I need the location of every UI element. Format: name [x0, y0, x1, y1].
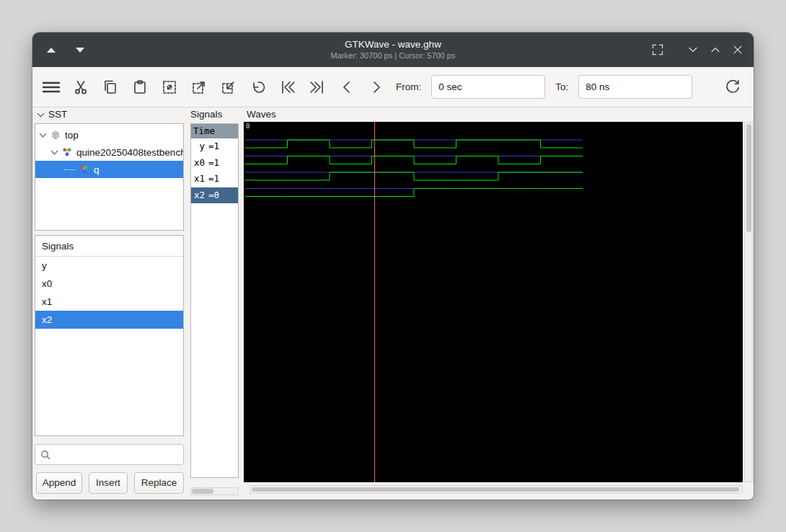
wave-svg	[244, 122, 743, 482]
scroll-up-button[interactable]	[44, 43, 58, 57]
process-icon	[79, 164, 89, 174]
name-row-x1[interactable]: x1 =1	[191, 171, 238, 187]
signal-search-box[interactable]	[35, 444, 184, 465]
copy-button[interactable]	[100, 77, 120, 97]
zoom-fit-icon	[162, 79, 177, 95]
shade-down-button[interactable]	[686, 43, 700, 57]
titlebar-right-controls	[650, 32, 745, 67]
zoom-out-button[interactable]	[218, 77, 238, 97]
sst-pane-label: SST	[48, 109, 67, 120]
marker-cursor-status: Marker: 30700 ps | Cursor: 5700 ps	[32, 50, 754, 60]
signal-names-panel: Time y =1 x0 =1 x1 =1 x2 =0	[190, 123, 239, 478]
pane-splitter-right[interactable]	[239, 107, 243, 497]
skip-to-start-button[interactable]	[278, 77, 297, 97]
triangle-down-icon	[76, 48, 84, 53]
tree-connector-dotted-line	[64, 169, 76, 170]
chevron-down-icon	[686, 43, 699, 56]
step-forward-button[interactable]	[366, 77, 386, 97]
waves-vertical-scrollbar[interactable]	[744, 122, 753, 482]
names-hscroll-thumb[interactable]	[192, 489, 213, 494]
signal-value: =1	[208, 171, 219, 187]
fit-window-button[interactable]	[650, 43, 665, 57]
signal-list-item-x2[interactable]: x2	[35, 311, 183, 329]
time-header-cell[interactable]: Time	[191, 124, 238, 138]
window-title: GTKWave - wave.ghw	[32, 32, 754, 50]
chevron-left-icon	[339, 79, 355, 95]
scroll-down-button[interactable]	[73, 43, 87, 57]
signal-list-item-x0[interactable]: x0	[35, 275, 183, 293]
signal-name: x2	[191, 187, 205, 204]
from-input[interactable]	[431, 75, 545, 99]
skip-start-icon	[279, 79, 296, 95]
menu-button[interactable]	[41, 77, 61, 97]
fit-icon	[651, 43, 664, 56]
search-icon	[40, 450, 50, 460]
signal-value: =1	[208, 138, 219, 155]
step-back-button[interactable]	[337, 77, 356, 97]
waves-hscroll-thumb[interactable]	[252, 487, 739, 492]
zoom-out-icon	[221, 79, 237, 95]
name-row-x2[interactable]: x2 =0	[191, 187, 238, 204]
shade-up-button[interactable]	[708, 43, 723, 57]
wave-trace-x2	[245, 189, 583, 197]
menu-icon	[42, 79, 61, 95]
waves-vscroll-thumb[interactable]	[746, 124, 751, 232]
signal-value: =1	[208, 155, 219, 172]
signal-name: y	[191, 138, 205, 155]
wave-canvas[interactable]: 0	[244, 122, 743, 482]
tree-row-top[interactable]: top	[35, 126, 183, 143]
names-pane-label: Signals	[190, 109, 222, 120]
chevron-up-icon	[709, 43, 722, 56]
insert-button[interactable]: Insert	[89, 472, 128, 494]
append-button[interactable]: Append	[36, 472, 82, 494]
names-horizontal-scrollbar[interactable]	[190, 487, 239, 495]
to-input[interactable]	[578, 75, 692, 99]
tree-row-testbench[interactable]: quine20250408testbench	[35, 143, 183, 161]
zoom-in-icon	[191, 79, 207, 95]
search-input[interactable]	[55, 445, 183, 464]
close-icon	[731, 43, 744, 56]
triangle-up-icon	[47, 48, 56, 53]
waves-horizontal-scrollbar[interactable]	[250, 485, 743, 494]
paste-button[interactable]	[130, 77, 149, 97]
expander-chevron-icon[interactable]	[40, 130, 47, 138]
wave-trace-x1	[245, 172, 583, 180]
tree-label-top: top	[65, 130, 79, 141]
waves-pane-label: Waves	[247, 109, 276, 120]
sst-pane-header[interactable]: SST	[37, 109, 67, 120]
signal-list-item-y[interactable]: y	[35, 257, 183, 275]
skip-to-end-button[interactable]	[307, 77, 327, 97]
signal-name: x1	[191, 171, 205, 187]
chevron-right-icon	[368, 79, 384, 95]
signals-list-header: Signals	[35, 236, 183, 257]
tree-row-process-q[interactable]: q	[35, 161, 183, 178]
name-row-y[interactable]: y =1	[191, 138, 238, 155]
gtkwave-window: GTKWave - wave.ghw Marker: 30700 ps | Cu…	[32, 32, 754, 500]
to-label: To:	[555, 81, 568, 92]
wave-trace-x0	[245, 156, 583, 164]
undo-icon	[250, 79, 266, 95]
cut-button[interactable]	[71, 77, 90, 97]
module-cube-icon	[50, 130, 61, 140]
replace-button[interactable]: Replace	[134, 472, 184, 494]
pane-splitter-left[interactable]	[185, 107, 189, 497]
paste-icon	[132, 79, 148, 95]
titlebar[interactable]: GTKWave - wave.ghw Marker: 30700 ps | Cu…	[32, 32, 754, 67]
zoom-fit-button[interactable]	[159, 77, 179, 97]
component-icon	[62, 147, 72, 157]
expander-chevron-icon[interactable]	[51, 148, 58, 155]
zoom-in-button[interactable]	[189, 77, 208, 97]
signal-value: =0	[208, 187, 219, 204]
name-row-x0[interactable]: x0 =1	[191, 155, 238, 172]
from-label: From:	[396, 81, 421, 92]
undo-button[interactable]	[248, 77, 268, 97]
reload-button[interactable]	[723, 77, 742, 97]
sst-signals-panel: Signals y x0 x1 x2	[35, 235, 184, 436]
titlebar-left-controls	[44, 32, 87, 67]
toolbar: From: To:	[32, 67, 754, 107]
close-window-button[interactable]	[730, 43, 745, 57]
skip-end-icon	[309, 79, 326, 95]
reload-icon	[724, 79, 741, 96]
signal-list-item-x1[interactable]: x1	[35, 293, 183, 311]
tree-label-process-q: q	[94, 164, 100, 175]
